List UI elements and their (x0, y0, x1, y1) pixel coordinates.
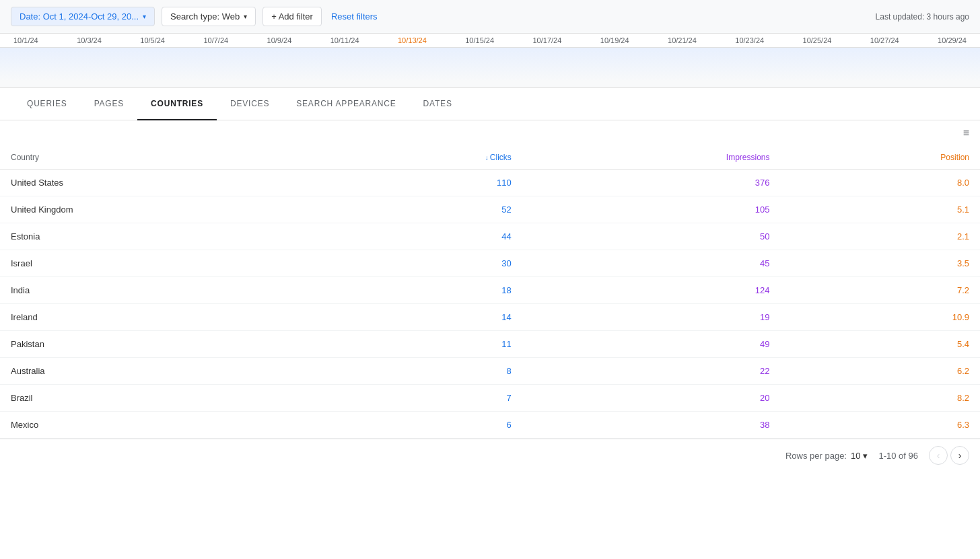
add-filter-label: + Add filter (271, 11, 313, 22)
cell-clicks: 6 (332, 412, 522, 439)
cell-country: Israel (0, 250, 332, 277)
cell-position: 10.9 (781, 304, 981, 331)
table-toolbar: ≡ (0, 120, 980, 146)
add-filter-button[interactable]: + Add filter (262, 7, 322, 26)
cell-impressions: 38 (522, 412, 781, 439)
table-row: Australia8226.2 (0, 358, 980, 385)
date-label: 10/21/24 (668, 36, 697, 44)
cell-clicks: 14 (332, 304, 522, 331)
cell-impressions: 19 (522, 304, 781, 331)
tab-search-appearance[interactable]: SEARCH APPEARANCE (283, 88, 409, 120)
tab-dates[interactable]: DATES (410, 88, 466, 120)
last-updated-text: Last updated: 3 hours ago (876, 12, 969, 22)
cell-country: United States (0, 170, 332, 196)
date-label: 10/19/24 (600, 36, 629, 44)
date-filter-button[interactable]: Date: Oct 1, 2024-Oct 29, 20... ▾ (11, 7, 155, 26)
table-row: United Kingdom521055.1 (0, 196, 980, 223)
chevron-down-icon: ▾ (143, 13, 146, 20)
table-footer: Rows per page: 10 ▾ 1-10 of 96 ‹ › (0, 439, 980, 472)
date-label: 10/23/24 (735, 36, 764, 44)
cell-clicks: 18 (332, 277, 522, 304)
tab-pages[interactable]: PAGES (81, 88, 137, 120)
cell-country: Estonia (0, 223, 332, 250)
date-label: 10/15/24 (465, 36, 494, 44)
cell-position: 3.5 (781, 250, 981, 277)
pagination-controls: ‹ › (929, 446, 969, 465)
cell-clicks: 44 (332, 223, 522, 250)
chevron-down-icon: ▾ (863, 451, 868, 461)
cell-position: 6.2 (781, 358, 981, 385)
cell-impressions: 105 (522, 196, 781, 223)
pagination-prev-button[interactable]: ‹ (929, 446, 948, 465)
cell-impressions: 124 (522, 277, 781, 304)
reset-filters-link[interactable]: Reset filters (331, 11, 378, 22)
cell-impressions: 49 (522, 331, 781, 358)
table-row: Israel30453.5 (0, 250, 980, 277)
cell-clicks: 7 (332, 385, 522, 412)
pagination-next-button[interactable]: › (950, 446, 969, 465)
search-type-label: Search type: Web (170, 11, 240, 22)
cell-position: 8.2 (781, 385, 981, 412)
cell-impressions: 50 (522, 223, 781, 250)
date-label: 10/13/24 (398, 36, 427, 44)
chevron-down-icon: ▾ (244, 13, 247, 20)
date-label: 10/25/24 (803, 36, 832, 44)
cell-position: 6.3 (781, 412, 981, 439)
sort-down-icon: ↓ (485, 154, 489, 161)
column-header-country[interactable]: Country (0, 146, 332, 170)
cell-position: 5.1 (781, 196, 981, 223)
cell-country: Ireland (0, 304, 332, 331)
date-label: 10/5/24 (140, 36, 165, 44)
date-label: 10/9/24 (267, 36, 292, 44)
column-header-position[interactable]: Position (781, 146, 981, 170)
cell-country: United Kingdom (0, 196, 332, 223)
top-bar: Date: Oct 1, 2024-Oct 29, 20... ▾ Search… (0, 0, 980, 34)
table-row: Brazil7208.2 (0, 385, 980, 412)
tab-queries[interactable]: QUERIES (13, 88, 81, 120)
cell-impressions: 45 (522, 250, 781, 277)
date-label: 10/17/24 (533, 36, 562, 44)
cell-impressions: 376 (522, 170, 781, 196)
tab-devices[interactable]: DEVICES (217, 88, 283, 120)
cell-clicks: 110 (332, 170, 522, 196)
cell-country: Pakistan (0, 331, 332, 358)
pagination-info: 1-10 of 96 (878, 451, 918, 461)
cell-position: 2.1 (781, 223, 981, 250)
table-row: India181247.2 (0, 277, 980, 304)
date-label: 10/3/24 (77, 36, 102, 44)
tab-countries[interactable]: COUNTRIES (137, 88, 217, 120)
table-row: Ireland141910.9 (0, 304, 980, 331)
cell-country: India (0, 277, 332, 304)
rows-per-page-label: Rows per page: (785, 451, 847, 461)
date-axis: 10/1/2410/3/2410/5/2410/7/2410/9/2410/11… (0, 34, 980, 48)
date-label: 10/11/24 (330, 36, 359, 44)
cell-clicks: 30 (332, 250, 522, 277)
table-header-row: Country ↓Clicks Impressions Position (0, 146, 980, 170)
rows-per-page-value: 10 (851, 451, 860, 461)
cell-country: Mexico (0, 412, 332, 439)
table-row: United States1103768.0 (0, 170, 980, 196)
countries-table: Country ↓Clicks Impressions Position Uni… (0, 146, 980, 439)
cell-position: 7.2 (781, 277, 981, 304)
date-filter-label: Date: Oct 1, 2024-Oct 29, 20... (20, 11, 139, 22)
table-row: Pakistan11495.4 (0, 331, 980, 358)
table-row: Mexico6386.3 (0, 412, 980, 439)
cell-country: Brazil (0, 385, 332, 412)
column-header-impressions[interactable]: Impressions (522, 146, 781, 170)
cell-impressions: 22 (522, 358, 781, 385)
chart-area (0, 48, 980, 88)
tab-bar: QUERIESPAGESCOUNTRIESDEVICESSEARCH APPEA… (0, 88, 980, 120)
rows-per-page-control: Rows per page: 10 ▾ (785, 451, 868, 461)
rows-per-page-select[interactable]: 10 ▾ (851, 451, 868, 461)
chart-placeholder (0, 48, 980, 81)
cell-clicks: 52 (332, 196, 522, 223)
date-label: 10/27/24 (870, 36, 899, 44)
cell-clicks: 8 (332, 358, 522, 385)
date-label: 10/29/24 (938, 36, 967, 44)
filter-rows-icon[interactable]: ≡ (963, 127, 969, 139)
cell-clicks: 11 (332, 331, 522, 358)
cell-position: 5.4 (781, 331, 981, 358)
search-type-filter-button[interactable]: Search type: Web ▾ (162, 7, 256, 26)
cell-position: 8.0 (781, 170, 981, 196)
column-header-clicks[interactable]: ↓Clicks (332, 146, 522, 170)
